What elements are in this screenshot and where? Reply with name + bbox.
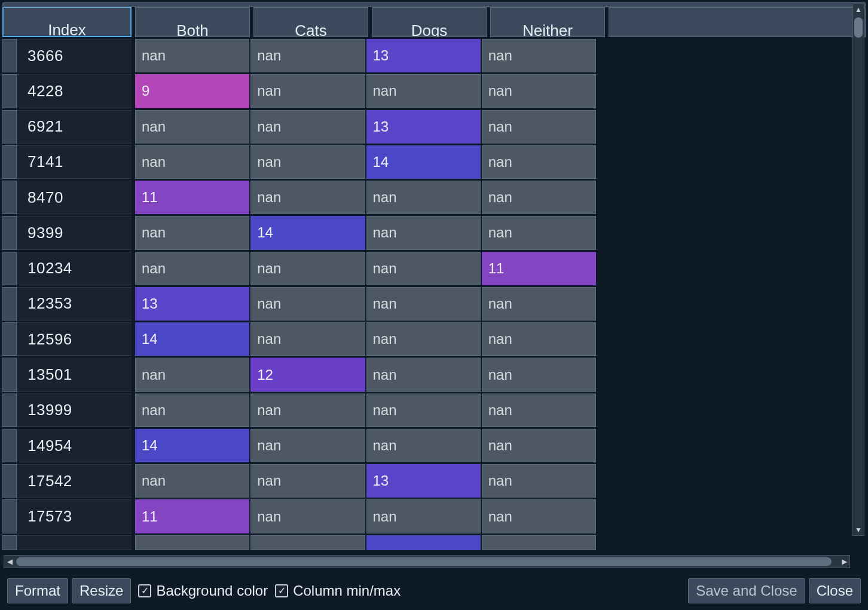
data-cell[interactable]: nan xyxy=(250,322,365,356)
data-cell[interactable]: nan xyxy=(250,145,365,179)
data-cell[interactable]: nan xyxy=(482,216,596,249)
index-cell[interactable]: 13501 xyxy=(17,358,132,391)
vertical-scrollbar-thumb[interactable] xyxy=(854,17,863,38)
horizontal-scrollbar-track[interactable] xyxy=(15,556,839,568)
index-row[interactable]: 12353 xyxy=(2,287,132,321)
data-cell[interactable]: nan xyxy=(482,464,596,498)
index-row[interactable]: 10234 xyxy=(2,252,132,285)
index-row[interactable]: 13999 xyxy=(2,394,132,427)
data-cell[interactable]: 13 xyxy=(135,287,249,321)
data-cell[interactable]: nan xyxy=(366,322,481,356)
data-cell[interactable]: nan xyxy=(250,464,365,498)
data-cell[interactable]: nan xyxy=(135,145,249,179)
column-header-neither[interactable]: Neither xyxy=(490,7,605,37)
resize-button[interactable]: Resize xyxy=(72,578,131,603)
data-cell[interactable]: 14 xyxy=(250,216,365,249)
data-cell[interactable]: nan xyxy=(250,74,365,108)
index-cell[interactable]: 4228 xyxy=(17,74,132,108)
data-cell[interactable]: nan xyxy=(135,358,249,391)
data-cell[interactable]: 11 xyxy=(135,181,249,214)
index-row[interactable]: 6921 xyxy=(2,110,132,144)
data-cell[interactable]: nan xyxy=(366,287,481,321)
scroll-left-icon[interactable]: ◀ xyxy=(4,556,15,568)
data-cell[interactable]: 11 xyxy=(135,499,249,533)
scroll-right-icon[interactable]: ▶ xyxy=(839,556,849,568)
index-row[interactable]: 17542 xyxy=(2,464,132,498)
data-cell[interactable]: nan xyxy=(250,499,365,533)
index-row[interactable]: 9399 xyxy=(2,216,132,249)
data-cell[interactable]: nan xyxy=(135,216,249,249)
data-cell[interactable]: nan xyxy=(366,429,481,462)
column-header-dogs[interactable]: Dogs xyxy=(372,7,487,37)
data-cell[interactable]: nan xyxy=(482,358,596,391)
data-cell[interactable]: nan xyxy=(250,429,365,462)
index-cell[interactable]: 12353 xyxy=(17,287,132,321)
data-cell[interactable]: nan xyxy=(482,181,596,214)
index-cell[interactable]: 7141 xyxy=(17,145,132,179)
data-cell[interactable]: nan xyxy=(250,39,365,72)
data-cell[interactable]: nan xyxy=(135,252,249,285)
column-header-cats[interactable]: Cats xyxy=(253,7,368,37)
index-row[interactable]: 12596 xyxy=(2,322,132,356)
data-cell[interactable]: nan xyxy=(250,181,365,214)
data-cell[interactable]: nan xyxy=(366,252,481,285)
column-minmax-checkbox[interactable]: ✓ Column min/max xyxy=(275,582,401,599)
data-cell[interactable]: nan xyxy=(250,252,365,285)
data-cell[interactable]: 13 xyxy=(366,464,481,498)
close-button[interactable]: Close xyxy=(809,578,861,603)
data-cell[interactable]: nan xyxy=(482,145,596,179)
data-cell[interactable]: nan xyxy=(482,39,596,72)
data-cell[interactable]: 14 xyxy=(135,429,249,462)
data-cell[interactable]: nan xyxy=(482,74,596,108)
index-cell[interactable]: 10234 xyxy=(17,252,132,285)
data-cell[interactable]: nan xyxy=(250,110,365,144)
data-cell[interactable]: nan xyxy=(482,287,596,321)
background-color-checkbox[interactable]: ✓ Background color xyxy=(138,582,268,599)
index-row[interactable]: 8470 xyxy=(2,181,132,214)
data-cell[interactable]: nan xyxy=(482,499,596,533)
data-cell[interactable]: 13 xyxy=(366,110,481,144)
index-cell[interactable]: 8470 xyxy=(17,181,132,214)
index-row[interactable]: 13501 xyxy=(2,358,132,391)
data-cell[interactable]: 14 xyxy=(135,322,249,356)
index-row[interactable]: 3666 xyxy=(2,39,132,72)
save-and-close-button[interactable]: Save and Close xyxy=(688,578,805,603)
data-cell[interactable]: 9 xyxy=(135,74,249,108)
index-cell[interactable]: 12596 xyxy=(17,322,132,356)
index-cell[interactable]: 17573 xyxy=(17,499,132,533)
data-cell[interactable]: nan xyxy=(366,499,481,533)
index-header[interactable]: Index xyxy=(2,7,132,37)
data-cell[interactable]: nan xyxy=(135,39,249,72)
data-cell[interactable]: 14 xyxy=(366,145,481,179)
data-cell[interactable]: nan xyxy=(366,74,481,108)
column-header-both[interactable]: Both xyxy=(135,7,250,37)
index-cell[interactable]: 6921 xyxy=(17,110,132,144)
data-cell[interactable]: 11 xyxy=(482,252,596,285)
index-row[interactable]: 4228 xyxy=(2,74,132,108)
data-cell[interactable]: nan xyxy=(135,110,249,144)
horizontal-scrollbar[interactable]: ◀ ▶ xyxy=(4,555,850,568)
vertical-scrollbar[interactable]: ▲ ▼ xyxy=(852,4,864,536)
scroll-down-icon[interactable]: ▼ xyxy=(853,524,864,535)
scroll-up-icon[interactable]: ▲ xyxy=(853,4,864,15)
index-row[interactable]: 14954 xyxy=(2,429,132,462)
index-row[interactable]: 17573 xyxy=(2,499,132,533)
data-cell[interactable]: nan xyxy=(135,464,249,498)
index-cell[interactable]: 13999 xyxy=(17,394,132,427)
data-cell[interactable]: nan xyxy=(482,322,596,356)
data-cell[interactable]: 12 xyxy=(250,358,365,391)
index-row[interactable]: 7141 xyxy=(2,145,132,179)
format-button[interactable]: Format xyxy=(7,578,68,603)
index-cell[interactable]: 9399 xyxy=(17,216,132,249)
data-cell[interactable]: nan xyxy=(482,394,596,427)
data-cell[interactable]: nan xyxy=(135,394,249,427)
data-cell[interactable]: nan xyxy=(366,394,481,427)
horizontal-scrollbar-thumb[interactable] xyxy=(16,557,832,566)
index-cell[interactable]: 3666 xyxy=(17,39,132,72)
data-cell[interactable]: nan xyxy=(366,358,481,391)
index-cell[interactable]: 17542 xyxy=(17,464,132,498)
index-cell[interactable]: 14954 xyxy=(17,429,132,462)
data-cell[interactable]: nan xyxy=(366,181,481,214)
data-cell[interactable]: nan xyxy=(482,429,596,462)
data-cell[interactable]: nan xyxy=(366,216,481,249)
